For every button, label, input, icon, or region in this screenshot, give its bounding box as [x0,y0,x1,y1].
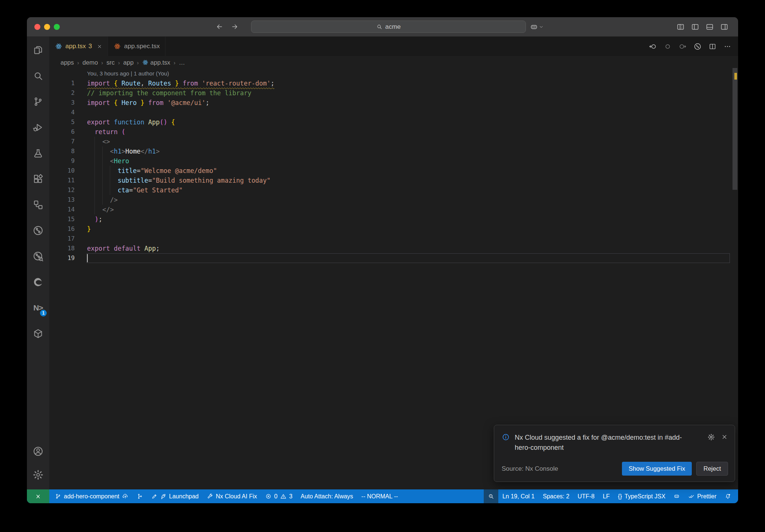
window-zoom-button[interactable] [54,24,60,30]
line-number: 2 [49,88,75,98]
line-number: 1 [49,78,75,88]
breadcrumb-item-app.tsx[interactable]: app.tsx [142,59,170,66]
activity-item-nx-console[interactable]: N>1 [29,299,47,317]
split-editor-button[interactable] [709,43,716,50]
activity-item-explorer[interactable] [29,41,47,59]
code-line[interactable]: 14 </> [49,205,738,214]
forward-button[interactable] [231,23,239,31]
command-center[interactable]: acme [251,21,526,33]
code-line[interactable]: 6 return ( [49,127,738,137]
code-line[interactable]: 13 /> [49,195,738,205]
customize-layout-button[interactable] [676,23,685,31]
code-line[interactable]: 1import { Route, Routes } from 'react-ro… [49,78,738,88]
activity-item-nx-task-graph[interactable] [29,247,47,265]
info-icon [502,433,510,441]
beaker-icon [32,148,44,159]
code-line[interactable]: 8 <h1>Home</h1> [49,146,738,156]
copilot-menu-button[interactable] [530,17,544,37]
indent-guide [102,195,103,205]
circle-branch-icon [32,225,44,236]
tab-app.tsx[interactable]: app.tsx3 [49,37,108,56]
status-language-mode[interactable]: {}TypeScript JSX [614,489,669,503]
activity-item-extensions[interactable] [29,170,47,188]
code-line[interactable]: 2// importing the component from the lib… [49,88,738,98]
status-problems[interactable]: 03 [261,489,297,503]
line-number: 3 [49,98,75,108]
notification-settings-button[interactable] [707,433,715,441]
breadcrumb-item-demo[interactable]: demo [83,59,98,66]
toggle-primary-sidebar-button[interactable] [691,23,699,31]
status-git-branch[interactable]: add-hero-component [51,489,133,503]
code-line[interactable]: 9 <Hero [49,156,738,166]
status-indentation[interactable]: Spaces: 2 [539,489,573,503]
indent-guide [95,137,95,146]
status-vim-mode[interactable]: -- NORMAL -- [357,489,402,503]
activity-item-settings[interactable] [29,466,47,484]
status-eol[interactable]: LF [599,489,614,503]
nav-back-button[interactable] [649,43,657,50]
status-notifications-bell[interactable] [721,489,735,503]
window-minimize-button[interactable] [44,24,50,30]
activity-item-container-tools[interactable] [29,325,47,343]
breadcrumb-separator: › [101,59,103,66]
line-number: 15 [49,214,75,224]
layout-controls [676,23,728,31]
code-line[interactable]: 7 <> [49,137,738,146]
status-nx-cloud-ai-fix[interactable]: Nx Cloud AI Fix [203,489,261,503]
show-suggested-fix-button[interactable]: Show Suggested Fix [622,462,692,476]
code-line[interactable]: 15 ); [49,214,738,224]
remote-indicator[interactable] [27,489,49,503]
back-button[interactable] [216,23,223,31]
nx-run-target-button[interactable] [694,43,701,50]
status-formatter[interactable]: Prettier [684,489,721,503]
status-auto-attach[interactable]: Auto Attach: Always [297,489,357,503]
pencil-rocket-icon [151,493,158,499]
status-cursor-position[interactable]: Ln 19, Col 1 [498,489,539,503]
code-line[interactable]: 3import { Hero } from '@acme/ui'; [49,98,738,108]
code-line[interactable]: 19 [49,253,738,263]
cube-icon [32,328,44,339]
close-tab-icon[interactable] [97,44,102,49]
code-text: /> [87,195,738,205]
activity-item-accounts[interactable] [29,442,47,460]
vscode-window: acme N>1 app.tsx3app.spec.tsx apps›demo›… [27,17,738,503]
code-text: <h1>Home</h1> [87,146,738,156]
reject-button[interactable]: Reject [696,462,728,476]
code-line[interactable]: 12 cta="Get Started" [49,185,738,195]
activity-item-nx-project-graph[interactable] [29,222,47,239]
code-line[interactable]: 11 subtitle="Build something amazing tod… [49,176,738,185]
nav-forward-button[interactable] [679,43,687,50]
status-encoding[interactable]: UTF-8 [573,489,598,503]
toggle-secondary-sidebar-button[interactable] [720,23,728,31]
window-close-button[interactable] [34,24,40,30]
breadcrumb-item-[interactable]: … [179,59,185,66]
nav-current-button[interactable] [664,43,672,50]
breadcrumb-item-src[interactable]: src [106,59,115,66]
tab-app.spec.tsx[interactable]: app.spec.tsx [108,37,165,56]
activity-item-edge-browser[interactable] [29,273,47,291]
breadcrumb-item-apps[interactable]: apps [61,59,74,66]
activity-item-project-details[interactable] [29,196,47,214]
code-line[interactable]: 18export default App; [49,244,738,253]
status-launchpad[interactable]: Launchpad [147,489,203,503]
toggle-panel-button[interactable] [706,23,714,31]
more-actions-button[interactable] [724,43,731,50]
notification-close-button[interactable] [721,433,728,441]
status-copilot-status[interactable] [669,489,684,503]
wrench-icon [207,493,213,499]
code-line[interactable]: 5export function App() { [49,117,738,127]
code-line[interactable]: 10 title="Welcmoe @acme/demo" [49,166,738,176]
status-zoom-indicator[interactable] [484,489,498,503]
activity-item-source-control[interactable] [29,93,47,111]
activity-item-run-and-debug[interactable] [29,118,47,136]
activity-item-search[interactable] [29,67,47,85]
status-source-control-graph[interactable] [133,489,147,503]
code-line[interactable]: 4 [49,108,738,117]
breadcrumb: apps›demo›src›app›app.tsx›… [49,56,738,69]
code-line[interactable]: 17 [49,234,738,244]
copilot-icon [673,493,680,499]
breadcrumb-item-app[interactable]: app [123,59,134,66]
activity-item-testing[interactable] [29,144,47,162]
code-line[interactable]: 16} [49,224,738,234]
editor-scrollbar[interactable] [733,68,737,190]
